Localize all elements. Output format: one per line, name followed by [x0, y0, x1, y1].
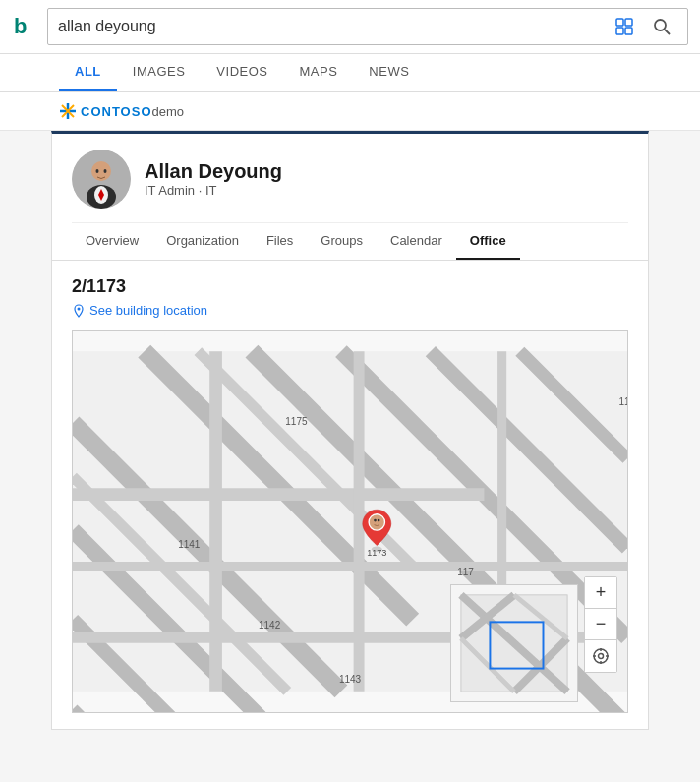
- avatar: [72, 150, 131, 209]
- zoom-out-button[interactable]: −: [585, 609, 616, 640]
- locate-button[interactable]: [585, 640, 616, 672]
- tab-all[interactable]: ALL: [59, 54, 117, 91]
- svg-rect-3: [616, 28, 623, 34]
- profile-tab-office[interactable]: Office: [456, 223, 520, 260]
- search-input[interactable]: [58, 18, 609, 35]
- profile-tab-organization[interactable]: Organization: [152, 223, 253, 260]
- svg-line-6: [665, 30, 670, 34]
- profile-subtitle: IT Admin · IT: [145, 183, 282, 198]
- search-input-wrap: [47, 8, 688, 45]
- svg-point-16: [96, 169, 99, 173]
- tab-maps[interactable]: MAPS: [283, 54, 353, 91]
- tab-news[interactable]: NEWS: [353, 54, 425, 91]
- profile-info: Allan Deyoung IT Admin · IT: [145, 160, 282, 198]
- svg-text:1141: 1141: [178, 539, 201, 550]
- floor-map: 1172 1175 1141 1142 1143 117 1173: [72, 330, 628, 713]
- see-building-link[interactable]: See building location: [72, 303, 628, 318]
- svg-text:117: 117: [457, 567, 474, 577]
- profile-name: Allan Deyoung: [145, 160, 282, 183]
- contoso-name: CONTOSO: [81, 104, 152, 119]
- contoso-bar: CONTOSO demo: [0, 92, 700, 131]
- svg-point-46: [378, 519, 380, 522]
- svg-point-17: [104, 169, 107, 173]
- profile-tabs: Overview Organization Files Groups Calen…: [72, 222, 628, 260]
- contoso-logo: CONTOSO demo: [59, 102, 184, 120]
- svg-text:1143: 1143: [339, 674, 362, 685]
- location-pin-icon: [72, 304, 86, 318]
- profile-tab-groups[interactable]: Groups: [307, 223, 377, 260]
- profile-card: Allan Deyoung IT Admin · IT Overview Org…: [51, 131, 649, 261]
- profile-tab-overview[interactable]: Overview: [72, 223, 152, 260]
- nav-tabs: ALL IMAGES VIDEOS MAPS NEWS: [0, 54, 700, 92]
- tab-images[interactable]: IMAGES: [117, 54, 202, 91]
- svg-point-57: [599, 654, 604, 659]
- office-room: 2/1173: [72, 276, 628, 297]
- svg-point-5: [655, 20, 666, 30]
- profile-tab-calendar[interactable]: Calendar: [377, 223, 456, 260]
- search-bar: b: [0, 0, 700, 54]
- see-building-label: See building location: [89, 303, 207, 318]
- profile-tab-files[interactable]: Files: [253, 223, 307, 260]
- svg-rect-4: [625, 28, 632, 34]
- svg-point-18: [78, 307, 81, 310]
- bing-logo: b: [12, 12, 39, 42]
- svg-rect-1: [616, 19, 623, 26]
- search-button[interactable]: [646, 11, 677, 42]
- svg-point-44: [369, 514, 384, 530]
- svg-text:1175: 1175: [285, 416, 308, 427]
- svg-text:1173: 1173: [367, 548, 386, 558]
- svg-text:b: b: [14, 14, 27, 38]
- svg-point-45: [374, 519, 377, 522]
- map-controls: + −: [584, 576, 617, 673]
- contoso-demo: demo: [152, 104, 185, 119]
- mini-map: [450, 584, 578, 702]
- visual-search-icon[interactable]: [609, 11, 640, 42]
- svg-text:1142: 1142: [259, 620, 281, 631]
- zoom-in-button[interactable]: +: [585, 577, 616, 609]
- tab-videos[interactable]: VIDEOS: [201, 54, 283, 91]
- office-content: 2/1173 See building location: [51, 261, 649, 730]
- svg-text:1172: 1172: [618, 396, 627, 407]
- profile-header: Allan Deyoung IT Admin · IT: [72, 150, 628, 209]
- svg-point-56: [594, 649, 608, 663]
- svg-rect-2: [625, 19, 632, 26]
